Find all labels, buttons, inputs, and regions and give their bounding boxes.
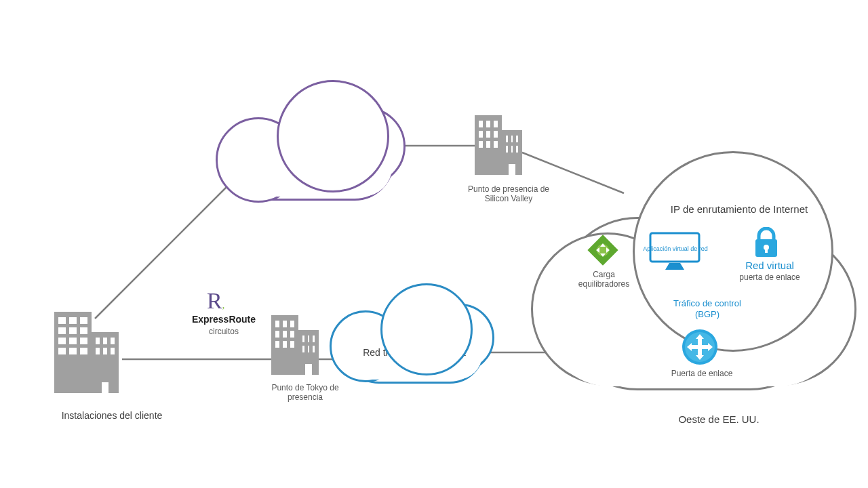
traffic-label-2: (BGP) xyxy=(695,309,719,319)
lb-label-2: equilibradores xyxy=(578,279,629,289)
vnet-title: Red virtual xyxy=(729,260,810,272)
express-route-subtitle: circuitos xyxy=(176,327,271,336)
express-route-icon: R, xyxy=(207,288,224,314)
vnet-gateway-lock-icon xyxy=(753,227,780,260)
sv-pop-label-1: Punto de presencia de xyxy=(468,184,549,194)
sv-pop-building-icon xyxy=(475,115,522,175)
backbone-label: Red troncal de Microsoft xyxy=(347,348,482,359)
tokyo-pop-building-icon xyxy=(271,315,319,375)
tokyo-pop-label-1: Punto de Tokyo de xyxy=(271,383,338,392)
region-label: Oeste de EE. UU. xyxy=(651,413,787,426)
nva-label: Aplicación virtual de red xyxy=(643,245,708,253)
svg-rect-18 xyxy=(691,345,709,349)
load-balancer-icon xyxy=(587,234,619,266)
tokyo-pop-label-2: presencia xyxy=(288,392,323,402)
express-route-name: ExpressRoute xyxy=(176,314,271,325)
routing-ip-header: IP de enrutamiento de Internet xyxy=(637,203,841,216)
backbone-cloud: Red troncal de Microsoft xyxy=(344,315,484,384)
customer-premises-label: Instalaciones del cliente xyxy=(37,410,186,422)
traffic-label-1: Tráfico de control xyxy=(673,298,741,308)
sv-pop-label-2: Silicon Valley xyxy=(485,194,532,203)
diagram-canvas: { "customer_premises": { "label": "Insta… xyxy=(0,0,868,488)
internet-label: Internet xyxy=(236,157,392,171)
vnet-subtitle: puerta de enlace xyxy=(729,272,810,282)
customer-premises-building-icon xyxy=(54,312,119,393)
gateway-label: Puerta de enlace xyxy=(658,369,746,378)
lb-label-1: Carga xyxy=(593,270,615,279)
gateway-router-icon xyxy=(682,329,718,365)
svg-rect-14 xyxy=(765,247,768,253)
internet-cloud: Internet xyxy=(234,122,394,201)
